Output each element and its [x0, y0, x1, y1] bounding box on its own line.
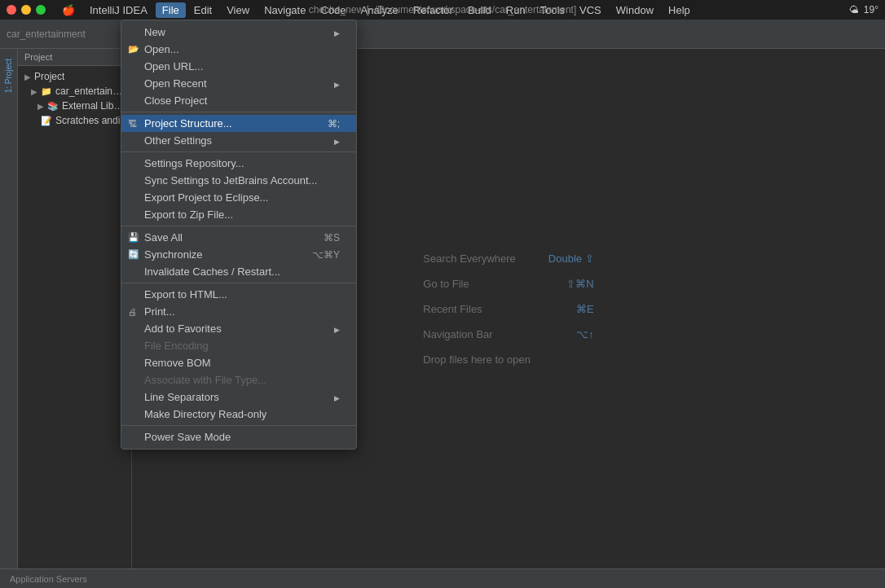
- menu-separator: [121, 283, 356, 283]
- menu-separator: [121, 226, 356, 226]
- project-header: Project: [18, 49, 131, 66]
- menubar-items: 🍎 IntelliJ IDEA File Edit View Navigate …: [55, 2, 849, 18]
- menu-item-sync-settings[interactable]: Sync Settings to JetBrains Account...: [121, 172, 356, 189]
- menubar: 🍎 IntelliJ IDEA File Edit View Navigate …: [0, 0, 885, 20]
- menu-item-close-project[interactable]: Close Project: [121, 92, 356, 109]
- menu-label: Make Directory Read-only: [144, 408, 266, 420]
- menu-item-new[interactable]: New: [121, 24, 356, 41]
- hint-shortcut: ⌥↑: [576, 328, 594, 340]
- hint-label: Navigation Bar: [423, 328, 492, 340]
- submenu-arrow: [334, 28, 340, 37]
- menubar-navigate[interactable]: Navigate: [258, 2, 312, 18]
- hint-label: Recent Files: [423, 303, 482, 315]
- menu-item-invalidate-caches[interactable]: Invalidate Caches / Restart...: [121, 263, 356, 280]
- temperature: 19°: [864, 4, 878, 15]
- menu-item-other-settings[interactable]: Other Settings: [121, 132, 356, 149]
- statusbar-text: Application Servers: [10, 574, 87, 584]
- submenu-arrow: [334, 136, 340, 146]
- menubar-window[interactable]: Window: [610, 2, 660, 18]
- menubar-intellij[interactable]: IntelliJ IDEA: [83, 2, 154, 18]
- menu-item-open-url[interactable]: Open URL...: [121, 58, 356, 75]
- menubar-edit[interactable]: Edit: [187, 2, 218, 18]
- tree-item-scratches[interactable]: 📝 Scratches andi: [18, 113, 131, 128]
- hint-go-to-file: Go to File ⇧⌘N: [423, 278, 593, 290]
- menubar-run[interactable]: Run: [500, 2, 532, 18]
- menu-shortcut: ⌘;: [328, 118, 340, 129]
- menubar-file[interactable]: File: [156, 2, 186, 18]
- menu-item-make-readonly[interactable]: Make Directory Read-only: [121, 406, 356, 423]
- menubar-vcs[interactable]: VCS: [573, 2, 608, 18]
- menubar-help[interactable]: Help: [662, 2, 697, 18]
- menu-label: Open...: [144, 43, 179, 55]
- menu-label: Open URL...: [144, 60, 203, 72]
- hint-search-everywhere: Search Everywhere Double ⇧: [423, 252, 593, 265]
- menu-label: Associate with File Type...: [144, 374, 266, 386]
- open-icon: 📂: [128, 44, 139, 55]
- menubar-view[interactable]: View: [220, 2, 256, 18]
- menu-item-line-separators[interactable]: Line Separators: [121, 388, 356, 406]
- sidebar-tab-project[interactable]: 1: Project: [2, 55, 15, 96]
- menu-shortcut: ⌥⌘Y: [312, 249, 340, 261]
- menu-label: Line Separators: [144, 391, 219, 403]
- hint-label: Search Everywhere: [423, 252, 515, 265]
- tree-item-project[interactable]: ▶ Project: [18, 69, 131, 84]
- menu-label: File Encoding: [144, 340, 209, 352]
- menu-item-project-structure[interactable]: 🏗 Project Structure... ⌘;: [121, 115, 356, 132]
- library-icon: 📚: [47, 101, 59, 112]
- menu-item-export-zip[interactable]: Export to Zip File...: [121, 206, 356, 223]
- menu-item-save-all[interactable]: 💾 Save All ⌘S: [121, 229, 356, 246]
- menu-item-export-eclipse[interactable]: Export Project to Eclipse...: [121, 189, 356, 206]
- menu-item-settings-repo[interactable]: Settings Repository...: [121, 155, 356, 172]
- apple-menu[interactable]: 🍎: [55, 2, 81, 18]
- submenu-arrow: [334, 393, 340, 402]
- sync-icon: 🔄: [128, 249, 139, 260]
- tree-label: Project: [34, 71, 64, 82]
- menu-item-synchronize[interactable]: 🔄 Synchronize ⌥⌘Y: [121, 246, 356, 263]
- menu-separator: [121, 112, 356, 112]
- tree-label: External Libra...: [62, 100, 125, 112]
- menu-separator: [121, 425, 356, 426]
- hint-drop-files: Drop files here to open: [423, 353, 593, 366]
- close-button[interactable]: [7, 5, 16, 15]
- menu-shortcut: ⌘S: [324, 232, 340, 244]
- hint-label: Drop files here to open: [423, 353, 531, 366]
- project-structure-icon: 🏗: [128, 119, 137, 129]
- menu-label: Add to Favorites: [144, 323, 222, 335]
- minimize-button[interactable]: [21, 5, 31, 15]
- menu-label: Open Recent: [144, 77, 207, 90]
- menu-label: Print...: [144, 305, 175, 318]
- menu-label: Synchronize: [144, 248, 203, 261]
- weather-icon: 🌤: [849, 4, 859, 15]
- menu-label: Settings Repository...: [144, 157, 244, 169]
- hint-label: Go to File: [423, 278, 469, 290]
- menubar-code[interactable]: Code: [314, 2, 352, 18]
- tree-item-external-libs[interactable]: ▶ 📚 External Libra...: [18, 99, 131, 113]
- menu-item-print[interactable]: 🖨 Print...: [121, 303, 356, 320]
- menu-item-power-save-mode[interactable]: Power Save Mode: [121, 428, 356, 445]
- menu-item-remove-bom[interactable]: Remove BOM: [121, 354, 356, 371]
- tree-arrow: ▶: [37, 102, 44, 111]
- submenu-arrow: [334, 324, 340, 334]
- menu-label: Save All: [144, 231, 183, 244]
- menubar-refactor[interactable]: Refactor: [407, 2, 460, 18]
- print-icon: 🖨: [128, 307, 137, 317]
- menu-item-open[interactable]: 📂 Open...: [121, 41, 356, 58]
- menubar-tools[interactable]: Tools: [534, 2, 571, 18]
- scratches-icon: 📝: [41, 116, 52, 126]
- save-icon: 💾: [128, 232, 139, 243]
- menubar-right: 🌤 19°: [849, 4, 878, 15]
- statusbar: Application Servers: [0, 568, 885, 588]
- menu-item-add-favorites[interactable]: Add to Favorites: [121, 320, 356, 337]
- hint-navigation-bar: Navigation Bar ⌥↑: [423, 328, 593, 340]
- file-dropdown-menu[interactable]: New 📂 Open... Open URL... Open Recent Cl…: [121, 20, 357, 450]
- menu-item-export-html[interactable]: Export to HTML...: [121, 286, 356, 303]
- menu-label: Power Save Mode: [144, 431, 231, 443]
- menubar-build[interactable]: Build: [461, 2, 498, 18]
- tree-item-car-entertainment[interactable]: ▶ 📁 car_entertainm...: [18, 84, 131, 99]
- maximize-button[interactable]: [36, 5, 46, 15]
- menu-item-open-recent[interactable]: Open Recent: [121, 75, 356, 92]
- hint-shortcut: Double ⇧: [548, 252, 594, 265]
- editor-hints: Search Everywhere Double ⇧ Go to File ⇧⌘…: [423, 252, 593, 366]
- menu-separator: [121, 151, 356, 152]
- menubar-analyze[interactable]: Analyze: [354, 2, 405, 18]
